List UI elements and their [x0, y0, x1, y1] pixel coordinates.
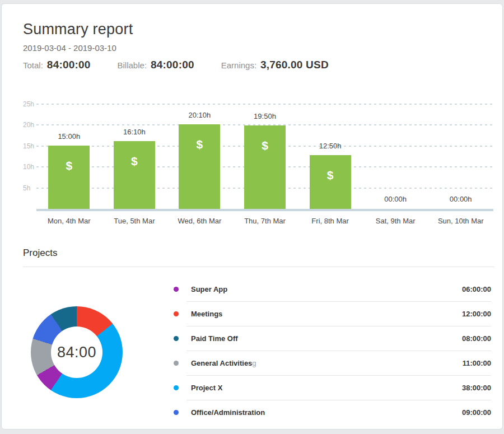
legend-row-office-administration[interactable]: Office/Administration09:00:00 [170, 400, 491, 424]
legend-row-super-app[interactable]: Super App06:00:00 [170, 277, 491, 301]
legend-row-general-activities[interactable]: General Activitiesg11:00:00 [170, 351, 491, 375]
x-axis-baseline [36, 209, 493, 211]
time-bar[interactable]: $ [179, 124, 220, 209]
section-divider [23, 267, 494, 267]
summary-report-card: Summary report 2019-03-04 - 2019-03-10 T… [1, 3, 503, 430]
billable-dollar-icon: $ [179, 138, 220, 151]
legend-project-name: Office/Administration [191, 408, 265, 417]
legend-color-dot-icon [174, 336, 179, 341]
bar-value-label: 00:00h [428, 195, 493, 203]
bar-column: $15:00h [36, 98, 102, 209]
legend-project-duration: 06:00:00 [462, 285, 491, 293]
x-axis-label: Sun, 10th Mar [428, 217, 493, 225]
legend-project-name: Meetings [191, 310, 222, 318]
time-bar[interactable]: $ [114, 141, 155, 209]
legend-project-duration: 11:00:00 [463, 359, 491, 367]
legend-row-project-x[interactable]: Project X38:00:00 [170, 376, 491, 400]
billable-dollar-icon: $ [48, 159, 90, 172]
legend-project-name: Project X [191, 384, 222, 392]
bar-value-label: 15:00h [36, 132, 102, 141]
bar-column: 00:00h [363, 98, 428, 209]
bar-value-label: 12:50h [297, 142, 363, 150]
legend-color-dot-icon [174, 361, 179, 366]
stats-row: Total: 84:00:00 Billable: 84:00:00 Earni… [23, 59, 491, 71]
legend-project-duration: 12:00:00 [462, 310, 491, 318]
legend-project-name: General Activities [191, 359, 252, 367]
bar-column: $19:50h [232, 98, 298, 209]
time-bar[interactable]: $ [310, 155, 351, 209]
stat-earnings-value: 3,760.00 USD [260, 59, 329, 71]
projects-section: Projects 84:00 Super App06:00:00Meetings… [23, 248, 491, 424]
stat-total-value: 84:00:00 [47, 59, 91, 71]
bar-column: $16:10h [102, 98, 167, 209]
time-bar[interactable]: $ [48, 146, 90, 209]
stat-total-label: Total: [23, 60, 43, 70]
legend-color-dot-icon [174, 311, 179, 316]
y-axis-tick-label: 20h [23, 121, 35, 129]
y-axis-tick-label: 15h [23, 142, 35, 150]
bar-chart-x-axis: Mon, 4th MarTue, 5th MarWed, 6th MarThu,… [36, 217, 493, 225]
billable-dollar-icon: $ [310, 169, 351, 182]
stat-billable-label: Billable: [118, 60, 147, 70]
donut-hole: 84:00 [51, 326, 102, 378]
y-axis-tick-label: 25h [23, 100, 35, 108]
page-background: Summary report 2019-03-04 - 2019-03-10 T… [0, 0, 504, 434]
x-axis-label: Fri, 8th Mar [297, 217, 363, 225]
stat-earnings: Earnings: 3,760.00 USD [221, 59, 329, 71]
bar-column: $20:10h [167, 98, 232, 209]
time-bar[interactable]: $ [244, 125, 286, 209]
legend-project-duration: 38:00:00 [462, 384, 491, 392]
projects-donut-wrap: 84:00 [23, 277, 170, 424]
daily-hours-bar-chart: 5h10h15h20h25h$15:00h$16:10h$20:10h$19:5… [23, 98, 493, 211]
x-axis-label: Thu, 7th Mar [232, 217, 298, 225]
bar-column: 00:00h [428, 98, 493, 209]
bar-column: $12:50h [297, 98, 363, 209]
stat-billable-value: 84:00:00 [151, 59, 194, 71]
legend-row-paid-time-off[interactable]: Paid Time Off08:00:00 [170, 326, 491, 351]
y-axis-tick-label: 5h [23, 184, 35, 192]
stat-total: Total: 84:00:00 [23, 59, 91, 71]
bar-value-label: 19:50h [232, 112, 298, 120]
legend-row-meetings[interactable]: Meetings12:00:00 [170, 302, 491, 326]
legend-project-duration: 08:00:00 [462, 334, 491, 343]
legend-color-dot-icon [174, 410, 179, 415]
bar-value-label: 00:00h [363, 195, 428, 203]
bar-value-label: 20:10h [167, 111, 232, 119]
billable-dollar-icon: $ [114, 155, 155, 168]
x-axis-label: Tue, 5th Mar [102, 217, 167, 225]
legend-color-dot-icon [174, 385, 179, 390]
page-title: Summary report [23, 21, 491, 38]
projects-section-title: Projects [23, 248, 491, 259]
bar-value-label: 16:10h [102, 128, 167, 136]
donut-total-label: 84:00 [57, 344, 96, 361]
billable-dollar-icon: $ [244, 139, 286, 152]
legend-color-dot-icon [174, 287, 179, 292]
projects-body: 84:00 Super App06:00:00Meetings12:00:00P… [23, 277, 491, 424]
projects-donut-chart[interactable]: 84:00 [31, 306, 123, 398]
projects-legend: Super App06:00:00Meetings12:00:00Paid Ti… [170, 277, 491, 424]
legend-name-suffix: g [252, 359, 256, 367]
legend-project-duration: 09:00:00 [462, 408, 491, 417]
stat-billable: Billable: 84:00:00 [118, 59, 194, 71]
legend-project-name: Paid Time Off [191, 334, 238, 343]
x-axis-label: Wed, 6th Mar [167, 217, 232, 225]
date-range: 2019-03-04 - 2019-03-10 [23, 43, 491, 53]
legend-project-name: Super App [191, 285, 227, 293]
stat-earnings-label: Earnings: [221, 60, 256, 70]
x-axis-label: Sat, 9th Mar [363, 217, 428, 225]
x-axis-label: Mon, 4th Mar [36, 217, 102, 225]
y-axis-tick-label: 10h [23, 163, 35, 171]
